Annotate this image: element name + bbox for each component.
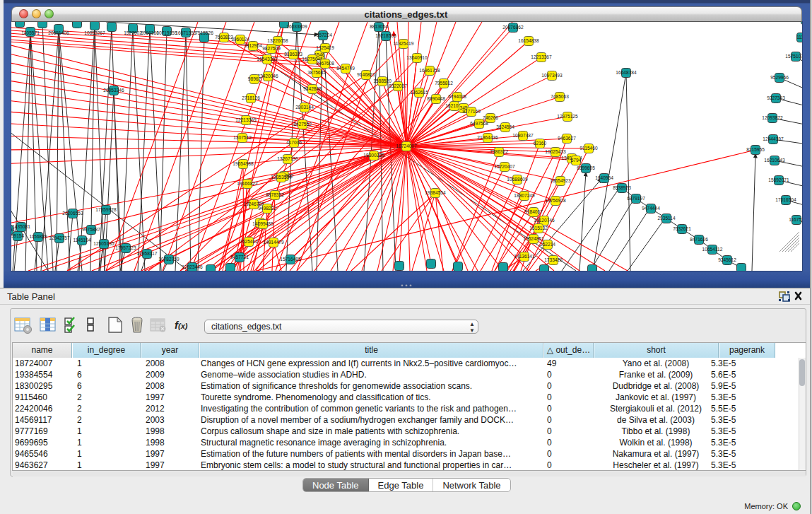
svg-text:18724007: 18724007 (396, 144, 417, 148)
svg-text:116753: 116753 (789, 217, 802, 222)
svg-text:1325419: 1325419 (316, 45, 334, 50)
svg-text:26206553: 26206553 (62, 211, 83, 216)
svg-text:14099489: 14099489 (252, 221, 273, 226)
svg-text:1588520: 1588520 (373, 78, 392, 83)
svg-text:8878332: 8878332 (266, 192, 284, 197)
svg-text:8186323: 8186323 (284, 52, 302, 57)
svg-text:12923446: 12923446 (182, 264, 203, 269)
svg-text:1112: 1112 (796, 35, 802, 40)
svg-text:9463627: 9463627 (558, 136, 576, 141)
svg-text:8990448: 8990448 (427, 96, 445, 101)
svg-text:11325419: 11325419 (394, 41, 414, 46)
svg-text:20691406: 20691406 (48, 30, 69, 35)
svg-text:252214: 252214 (540, 242, 555, 247)
svg-text:2803144: 2803144 (295, 105, 314, 110)
svg-text:9457721: 9457721 (230, 255, 249, 259)
svg-text:18807249: 18807249 (514, 193, 535, 198)
svg-text:9474444: 9474444 (642, 206, 660, 211)
svg-text:12505135: 12505135 (93, 241, 114, 246)
svg-text:8215955: 8215955 (746, 147, 765, 152)
svg-text:2718126: 2718126 (242, 95, 260, 100)
svg-text:9498222: 9498222 (258, 206, 276, 211)
svg-text:20876862: 20876862 (502, 25, 524, 30)
svg-text:15692071: 15692071 (768, 177, 789, 182)
svg-text:1307512: 1307512 (233, 135, 252, 140)
svg-text:9827509: 9827509 (262, 46, 281, 51)
svg-text:9242848: 9242848 (303, 86, 322, 91)
svg-text:8454749: 8454749 (336, 66, 355, 71)
svg-text:98962: 98962 (248, 76, 261, 81)
svg-text:10025433: 10025433 (545, 149, 566, 154)
svg-text:3624554: 3624554 (496, 124, 514, 129)
svg-text:17359928: 17359928 (95, 207, 117, 212)
svg-text:16210643: 16210643 (764, 158, 785, 163)
svg-text:19756928: 19756928 (545, 198, 566, 203)
svg-text:1156829: 1156829 (29, 234, 47, 239)
svg-text:9975887: 9975887 (82, 227, 100, 232)
svg-text:10688609: 10688609 (507, 177, 528, 182)
svg-text:8938923: 8938923 (613, 185, 631, 190)
svg-text:15720407: 15720407 (494, 164, 515, 169)
svg-text:6899695: 6899695 (577, 165, 595, 170)
svg-text:13640910: 13640910 (406, 55, 428, 60)
svg-text:8471626: 8471626 (690, 237, 708, 242)
svg-text:15751074: 15751074 (785, 54, 802, 59)
svg-text:9227343: 9227343 (767, 95, 785, 100)
svg-text:19384554: 19384554 (425, 190, 446, 195)
svg-text:6879197: 6879197 (627, 196, 645, 201)
svg-text:10973493: 10973493 (541, 73, 563, 78)
svg-text:10807487: 10807487 (512, 133, 534, 138)
svg-text:7515526: 7515526 (195, 30, 213, 35)
svg-text:1405571: 1405571 (21, 30, 40, 35)
svg-text:10782759: 10782759 (158, 257, 180, 262)
svg-text:18300295: 18300295 (363, 153, 384, 158)
svg-text:16154838: 16154838 (518, 38, 539, 43)
svg-text:6497568: 6497568 (470, 121, 488, 126)
svg-text:9529966: 9529966 (770, 75, 789, 80)
svg-text:10654112: 10654112 (702, 247, 723, 252)
svg-text:16961758: 16961758 (419, 68, 440, 73)
svg-text:7357224: 7357224 (314, 33, 332, 37)
svg-text:26053346: 26053346 (103, 88, 124, 93)
svg-text:16648784: 16648784 (616, 70, 637, 75)
svg-text:9245612: 9245612 (718, 257, 736, 262)
svg-text:62160: 62160 (534, 141, 547, 146)
svg-text:7625402: 7625402 (240, 239, 258, 244)
svg-text:9115460: 9115460 (579, 146, 598, 151)
svg-text:12093872: 12093872 (762, 115, 783, 120)
svg-text:1527602: 1527602 (124, 30, 142, 35)
svg-text:16033809: 16033809 (286, 24, 307, 29)
svg-text:16120746: 16120746 (534, 218, 555, 223)
svg-text:9184067: 9184067 (524, 209, 543, 214)
svg-text:2935114: 2935114 (657, 216, 676, 221)
svg-text:7485063: 7485063 (551, 94, 569, 99)
svg-text:14914479: 14914479 (263, 240, 284, 245)
svg-text:10853267: 10853267 (84, 30, 105, 35)
svg-text:13353594: 13353594 (271, 175, 292, 180)
svg-text:17957223: 17957223 (115, 245, 136, 250)
svg-text:14136141: 14136141 (514, 254, 535, 259)
svg-text:1362615: 1362615 (410, 90, 428, 95)
svg-text:8322037: 8322037 (389, 83, 407, 88)
svg-text:8813054: 8813054 (370, 24, 388, 29)
svg-text:7632621: 7632621 (673, 226, 691, 231)
svg-text:3875685: 3875685 (307, 70, 326, 75)
svg-text:13226058: 13226058 (267, 38, 288, 43)
svg-text:6794028: 6794028 (448, 94, 466, 99)
svg-text:746266: 746266 (483, 115, 498, 120)
svg-text:417006: 417006 (286, 140, 302, 145)
svg-text:19166822: 19166822 (237, 181, 258, 186)
svg-text:1435081: 1435081 (12, 224, 30, 229)
svg-text:15716485: 15716485 (280, 257, 301, 262)
svg-text:12942757: 12942757 (49, 235, 70, 240)
svg-text:21364436: 21364436 (477, 135, 498, 140)
svg-text:1733426: 1733426 (544, 257, 563, 262)
svg-text:1640954: 1640954 (595, 175, 613, 180)
svg-text:7386322: 7386322 (490, 149, 508, 154)
svg-text:17016504: 17016504 (775, 197, 796, 202)
svg-text:8427552: 8427552 (293, 122, 312, 127)
svg-text:19524851: 19524851 (523, 236, 544, 241)
svg-text:19654988: 19654988 (233, 161, 254, 166)
svg-text:1145194: 1145194 (73, 238, 91, 243)
svg-text:3960124: 3960124 (231, 37, 249, 42)
